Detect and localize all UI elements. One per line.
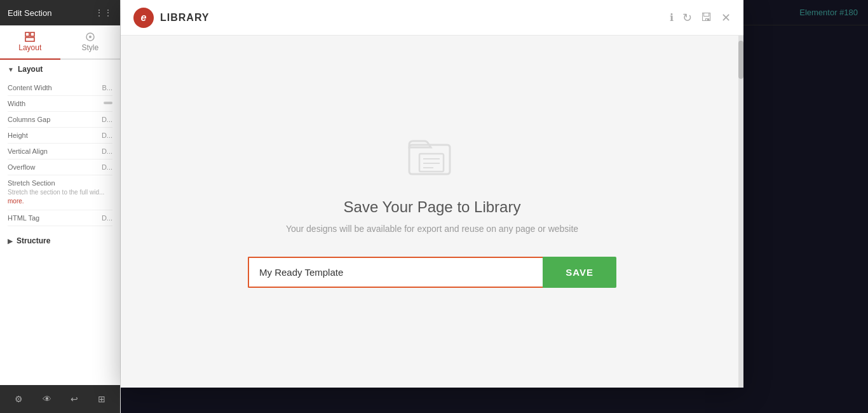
overflow-label: Overflow [8,163,35,171]
sidebar-header: Edit Section ⋮⋮ [0,0,120,25]
structure-collapse-arrow: ▶ [8,238,13,245]
columns-gap-row: Columns Gap D... [8,112,112,128]
save-button[interactable]: SAVE [543,257,616,288]
save-form: SAVE [248,257,616,288]
overflow-row: Overflow D... [8,159,112,175]
info-icon[interactable]: ℹ [670,11,674,24]
layout-section-group: ▼ Layout Content Width B... Width Column… [0,60,120,231]
modal-header: e LIBRARY ℹ ↻ 🖫 ✕ [121,0,743,36]
structure-section-label: Structure [17,236,50,245]
svg-rect-0 [25,32,29,36]
vertical-align-value[interactable]: D... [102,147,112,155]
footer-history-icon[interactable]: ↩ [71,394,78,404]
html-tag-value[interactable]: D... [102,214,112,222]
content-width-value[interactable]: B... [102,84,112,91]
modal-title: LIBRARY [160,12,670,24]
modal-scrollbar-thumb [738,41,743,79]
sidebar-tabs: Layout Style [0,25,120,60]
sidebar-footer: ⚙ 👁 ↩ ⊞ [0,385,120,413]
height-label: Height [8,132,28,139]
modal-overlay: e LIBRARY ℹ ↻ 🖫 ✕ [121,0,868,413]
stretch-more-link[interactable]: more. [8,198,24,205]
overflow-value[interactable]: D... [102,163,112,171]
height-value[interactable]: D... [102,132,112,139]
library-folder-icon [407,136,458,183]
modal-scrollbar[interactable] [738,36,743,388]
width-icon [104,100,112,106]
style-tab-icon [85,32,95,42]
close-icon[interactable]: ✕ [721,11,731,25]
stretch-label: Stretch Section [8,179,55,187]
svg-point-4 [89,36,92,38]
layout-tab-icon [25,32,35,42]
tab-layout-label: Layout [18,43,41,52]
structure-section-group: ▶ Structure [0,231,120,257]
height-row: Height D... [8,128,112,144]
tab-style-label: Style [81,43,98,52]
library-modal: e LIBRARY ℹ ↻ 🖫 ✕ [121,0,743,388]
save-page-title: Save Your Page to Library [344,198,521,216]
stretch-desc: Stretch the section to the full wid... m… [8,188,112,206]
grid-icon[interactable]: ⋮⋮ [95,8,112,18]
template-name-input[interactable] [248,257,543,288]
content-width-label: Content Width [8,84,52,91]
footer-grid-icon[interactable]: ⊞ [98,394,105,404]
width-row: Width [8,96,112,112]
logo-letter: e [141,12,147,24]
footer-settings-icon[interactable]: ⚙ [15,394,23,404]
footer-eye-icon[interactable]: 👁 [43,394,51,404]
vertical-align-row: Vertical Align D... [8,144,112,159]
tab-layout[interactable]: Layout [0,25,60,60]
width-value [104,100,112,107]
layout-collapse-arrow: ▼ [8,66,14,73]
modal-header-actions: ℹ ↻ 🖫 ✕ [670,11,731,25]
layout-section-title[interactable]: ▼ Layout [8,65,112,74]
sidebar: Edit Section ⋮⋮ Layout Style ▼ Layout [0,0,121,413]
structure-section-title[interactable]: ▶ Structure [8,236,112,245]
tab-style[interactable]: Style [60,25,121,58]
sidebar-content: ▼ Layout Content Width B... Width Column… [0,60,120,385]
content-width-row: Content Width B... [8,80,112,96]
html-tag-row: HTML Tag D... [8,210,112,226]
sidebar-header-title: Edit Section [8,8,51,18]
width-label: Width [8,100,25,107]
svg-rect-5 [104,102,112,104]
layout-section-label: Layout [18,65,43,74]
sidebar-header-icons: ⋮⋮ [95,8,112,18]
columns-gap-label: Columns Gap [8,116,50,123]
elementor-logo: e [133,8,154,28]
save-page-desc: Your designs will be available for expor… [286,224,578,234]
folder-svg [407,136,458,180]
stretch-section-row: Stretch Section Stretch the section to t… [8,175,112,210]
svg-rect-1 [31,32,34,36]
html-tag-label: HTML Tag [8,214,39,222]
columns-gap-value[interactable]: D... [102,116,112,123]
modal-body: Save Your Page to Library Your designs w… [121,36,743,388]
svg-rect-2 [25,37,34,41]
refresh-icon[interactable]: ↻ [682,11,692,25]
save-to-library-icon[interactable]: 🖫 [701,11,712,24]
main-content: Elementor #180 e LIBRARY ℹ ↻ 🖫 ✕ [121,0,868,413]
vertical-align-label: Vertical Align [8,147,48,155]
